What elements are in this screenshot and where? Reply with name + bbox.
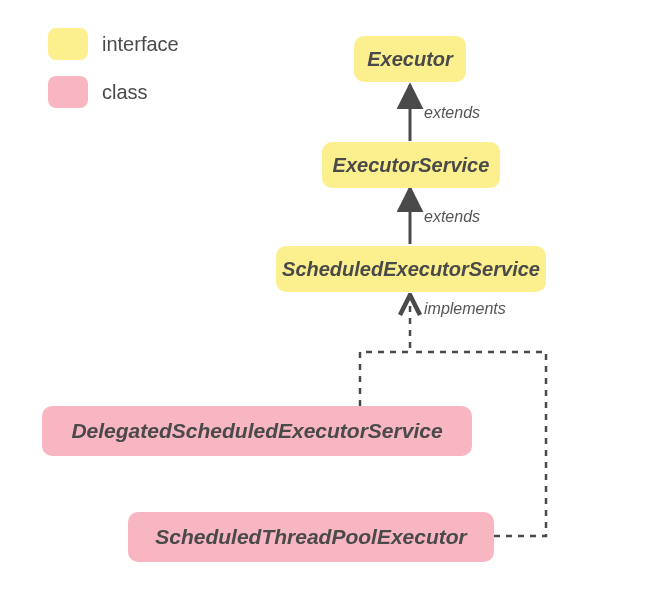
legend-swatch-interface — [48, 28, 88, 60]
legend-label-interface: interface — [102, 33, 179, 56]
node-scheduled-thread-pool-executor-label: ScheduledThreadPoolExecutor — [155, 525, 467, 549]
edge-label-implements: implements — [424, 300, 506, 318]
legend-item-class: class — [48, 76, 179, 108]
node-executor-service-label: ExecutorService — [333, 154, 490, 177]
node-executor-service: ExecutorService — [322, 142, 500, 188]
node-delegated-scheduled-executor-service: DelegatedScheduledExecutorService — [42, 406, 472, 456]
node-scheduled-thread-pool-executor: ScheduledThreadPoolExecutor — [128, 512, 494, 562]
node-scheduled-executor-service: ScheduledExecutorService — [276, 246, 546, 292]
node-executor: Executor — [354, 36, 466, 82]
edge-implements-delegated — [360, 295, 410, 406]
legend-label-class: class — [102, 81, 148, 104]
node-scheduled-executor-service-label: ScheduledExecutorService — [282, 258, 540, 281]
legend-swatch-class — [48, 76, 88, 108]
edge-label-extends-1: extends — [424, 104, 480, 122]
node-delegated-scheduled-executor-service-label: DelegatedScheduledExecutorService — [71, 419, 442, 443]
node-executor-label: Executor — [367, 48, 453, 71]
edge-label-extends-2: extends — [424, 208, 480, 226]
legend-item-interface: interface — [48, 28, 179, 60]
legend: interface class — [48, 28, 179, 124]
